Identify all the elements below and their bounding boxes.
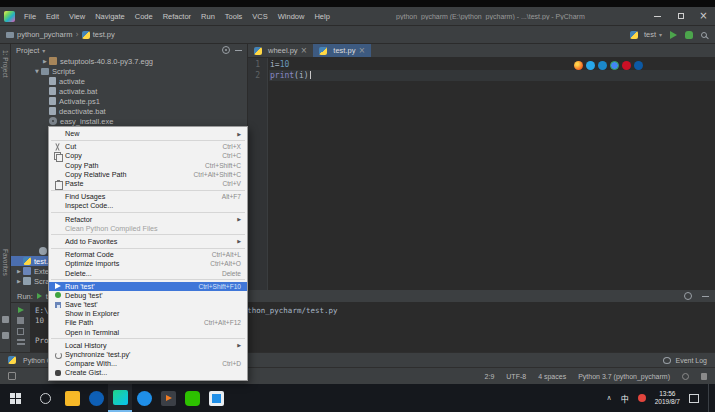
action-center-icon[interactable] <box>689 394 699 403</box>
menu-item-inspect-code[interactable]: Inspect Code... <box>49 201 247 210</box>
tray-expand-icon[interactable]: ∧ <box>607 394 612 402</box>
scroll-to-end-icon[interactable] <box>17 339 25 345</box>
menu-item-reformat-code[interactable]: Reformat CodeCtrl+Alt+L <box>49 250 247 259</box>
inspections-profile-icon[interactable] <box>682 373 689 380</box>
line-number[interactable]: 2 <box>248 70 264 81</box>
menu-item-local-history[interactable]: Local History▶ <box>49 341 247 350</box>
firefox-icon[interactable] <box>574 61 583 70</box>
search-everywhere-button[interactable] <box>701 32 707 38</box>
settings-gear-icon[interactable] <box>684 292 692 300</box>
menu-item-delete[interactable]: Delete...Delete <box>49 268 247 277</box>
editor-gutter[interactable] <box>248 58 268 290</box>
structure-tool-stripe-icon[interactable] <box>2 332 9 339</box>
taskbar-clock[interactable]: 13:56 2019/8/7 <box>655 390 680 406</box>
taskbar-app-player[interactable] <box>156 384 180 412</box>
tree-item-easy-install[interactable]: easy_install.exe <box>11 116 247 126</box>
menu-item-show-in-explorer[interactable]: Show in Explorer <box>49 309 247 318</box>
menu-help[interactable]: Help <box>309 7 334 26</box>
tree-item-deactivate-bat[interactable]: deactivate.bat <box>11 106 247 116</box>
menu-item-open-in-terminal[interactable]: Open in Terminal <box>49 328 247 337</box>
menu-item-refactor[interactable]: Refactor▶ <box>49 215 247 224</box>
file-encoding[interactable]: UTF-8 <box>506 373 526 380</box>
menu-refactor[interactable]: Refactor <box>158 7 196 26</box>
run-tool-stripe-icon[interactable] <box>2 316 9 323</box>
ime-indicator[interactable]: 中 <box>621 393 629 404</box>
rerun-icon[interactable] <box>18 307 24 313</box>
tree-item-setuptools[interactable]: ▶ setuptools-40.8.0-py3.7.egg <box>11 56 247 66</box>
taskbar-app-photos[interactable] <box>204 384 228 412</box>
safari-icon[interactable] <box>598 61 607 70</box>
chrome-icon[interactable] <box>610 61 619 70</box>
close-tab-icon[interactable]: × <box>301 47 308 55</box>
tray-app-icon[interactable] <box>638 394 646 402</box>
close-tab-icon[interactable]: × <box>358 47 365 55</box>
restore-layout-icon[interactable] <box>17 328 24 335</box>
tree-item-scripts[interactable]: ▼ Scripts <box>11 66 247 76</box>
edge-icon[interactable] <box>634 61 643 70</box>
stop-icon[interactable] <box>17 317 24 324</box>
breadcrumb-project[interactable]: python_pycharm <box>17 30 72 39</box>
line-number[interactable]: 1 <box>248 59 264 70</box>
menu-file[interactable]: File <box>19 7 41 26</box>
code-line[interactable]: 1 i=10 <box>248 59 715 70</box>
menu-run[interactable]: Run <box>196 7 220 26</box>
menu-item-file-path[interactable]: File PathCtrl+Alt+F12 <box>49 318 247 327</box>
cortana-button[interactable] <box>30 384 60 412</box>
run-configuration-select[interactable]: test ▾ <box>630 30 662 39</box>
tree-item-activate-ps1[interactable]: Activate.ps1 <box>11 96 247 106</box>
menu-item-copy-relative-path[interactable]: Copy Relative PathCtrl+Alt+Shift+C <box>49 170 247 179</box>
favorites-tool-button[interactable]: Favorites <box>2 249 9 276</box>
menu-item-debug-test[interactable]: Debug 'test' <box>49 291 247 300</box>
event-log-button[interactable]: Event Log <box>675 357 707 364</box>
opera-icon[interactable] <box>622 61 631 70</box>
menu-item-save-test[interactable]: Save 'test' <box>49 300 247 309</box>
menu-view[interactable]: View <box>64 7 90 26</box>
menu-item-paste[interactable]: PasteCtrl+V <box>49 179 247 188</box>
taskbar-app-browser[interactable] <box>132 384 156 412</box>
menu-item-new[interactable]: New▶ <box>49 129 247 138</box>
minimize-button[interactable] <box>646 7 669 25</box>
menu-item-compare-with[interactable]: Compare With...Ctrl+D <box>49 359 247 368</box>
menu-item-run-test[interactable]: Run 'test'Ctrl+Shift+F10 <box>49 282 247 291</box>
menu-vcs[interactable]: VCS <box>247 7 272 26</box>
caret-position[interactable]: 2:9 <box>485 373 495 380</box>
breadcrumb-file[interactable]: test.py <box>93 30 115 39</box>
menu-item-cut[interactable]: CutCtrl+X <box>49 142 247 151</box>
menu-item-find-usages[interactable]: Find UsagesAlt+F7 <box>49 192 247 201</box>
tree-item-activate[interactable]: activate <box>11 76 247 86</box>
tab-wheel-py[interactable]: wheel.py × <box>248 44 313 57</box>
menu-edit[interactable]: Edit <box>41 7 64 26</box>
tree-item-activate-bat[interactable]: activate.bat <box>11 86 247 96</box>
taskbar-app-explorer[interactable] <box>60 384 84 412</box>
taskbar-app-edge[interactable] <box>84 384 108 412</box>
show-desktop-button[interactable] <box>708 384 713 412</box>
menu-navigate[interactable]: Navigate <box>90 7 130 26</box>
menu-item-copy[interactable]: CopyCtrl+C <box>49 151 247 160</box>
menu-item-create-gist[interactable]: Create Gist... <box>49 368 247 377</box>
ie-icon[interactable] <box>586 61 595 70</box>
readonly-lock-icon[interactable] <box>701 373 707 380</box>
menu-item-add-to-favorites[interactable]: Add to Favorites▶ <box>49 237 247 246</box>
project-tool-button[interactable]: 1: Project <box>2 50 9 77</box>
tool-window-toggle-icon[interactable] <box>8 372 16 380</box>
menu-item-synchronize[interactable]: Synchronize 'test.py' <box>49 350 247 359</box>
menu-item-copy-path[interactable]: Copy PathCtrl+Shift+C <box>49 161 247 170</box>
debug-button[interactable] <box>685 31 693 39</box>
settings-gear-icon[interactable] <box>222 46 230 54</box>
menu-code[interactable]: Code <box>130 7 158 26</box>
start-button[interactable] <box>0 384 30 412</box>
hide-panel-icon[interactable] <box>702 296 709 297</box>
taskbar-app-pycharm[interactable] <box>108 384 132 412</box>
code-line[interactable]: 2 print(i) <box>248 70 715 81</box>
tab-test-py[interactable]: test.py × <box>313 44 371 57</box>
menu-item-optimize-imports[interactable]: Optimize ImportsCtrl+Alt+O <box>49 259 247 268</box>
menu-window[interactable]: Window <box>273 7 310 26</box>
close-button[interactable]: × <box>692 7 715 25</box>
indent-setting[interactable]: 4 spaces <box>538 373 566 380</box>
hide-panel-icon[interactable] <box>235 50 242 51</box>
taskbar-app-wechat[interactable] <box>180 384 204 412</box>
run-button[interactable] <box>670 31 677 39</box>
chevron-down-icon[interactable]: ▾ <box>42 47 45 54</box>
maximize-button[interactable] <box>669 7 692 25</box>
interpreter-setting[interactable]: Python 3.7 (python_pycharm) <box>578 373 670 380</box>
